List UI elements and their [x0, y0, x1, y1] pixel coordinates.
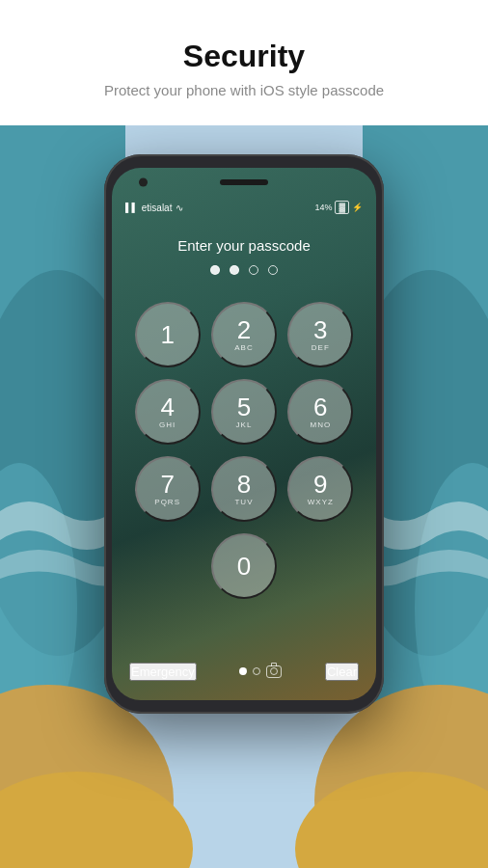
key-8-number: 8 — [237, 472, 251, 497]
key-9[interactable]: 9 WXYZ — [287, 456, 353, 522]
key-7-letters: PQRS — [154, 498, 180, 506]
phone-screen: ▌▌ etisalat ∿ 14% ▓ ⚡ Enter your passcod… — [112, 168, 376, 700]
charging-icon: ⚡ — [352, 203, 363, 212]
key-6-number: 6 — [313, 394, 327, 420]
key-1-number: 1 — [160, 322, 174, 347]
key-2-letters: ABC — [234, 343, 253, 352]
passcode-dot-2 — [230, 265, 239, 275]
key-8[interactable]: 8 TUV — [211, 456, 277, 522]
key-1[interactable]: 1 — [135, 302, 201, 367]
key-5-letters: JKL — [236, 420, 253, 429]
key-3[interactable]: 3 DEF — [287, 302, 353, 367]
keypad-row-1: 1 2 ABC 3 DEF — [129, 302, 359, 367]
phone-top-bar — [112, 168, 376, 197]
key-2[interactable]: 2 ABC — [211, 302, 277, 367]
signal-icon: ▌▌ — [125, 203, 138, 212]
keypad-row-zero: 0 — [129, 533, 359, 599]
status-right: 14% ▓ ⚡ — [314, 201, 363, 214]
key-7[interactable]: 7 PQRS — [135, 456, 201, 522]
bottom-indicators — [239, 665, 282, 678]
status-left: ▌▌ etisalat ∿ — [125, 203, 183, 213]
page-title: Security — [19, 39, 469, 74]
status-bar: ▌▌ etisalat ∿ 14% ▓ ⚡ — [112, 197, 376, 218]
emergency-button[interactable]: Emergency — [129, 663, 197, 681]
carrier-name: etisalat — [142, 203, 173, 213]
keypad-row-3: 7 PQRS 8 TUV 9 WXYZ — [129, 456, 359, 522]
battery-percent: 14% — [314, 203, 332, 212]
scene: ▌▌ etisalat ∿ 14% ▓ ⚡ Enter your passcod… — [0, 125, 488, 868]
keypad-row-2: 4 GHI 5 JKL 6 MNO — [129, 379, 359, 445]
key-6-letters: MNO — [310, 420, 331, 429]
passcode-dots — [112, 265, 376, 275]
key-3-number: 3 — [313, 317, 327, 342]
passcode-dot-4 — [268, 265, 278, 275]
key-8-letters: TUV — [234, 498, 253, 506]
camera-icon — [266, 665, 282, 678]
speaker-bar — [220, 179, 268, 185]
key-9-number: 9 — [313, 472, 327, 497]
key-5[interactable]: 5 JKL — [211, 379, 277, 445]
key-6[interactable]: 6 MNO — [287, 379, 353, 445]
key-4[interactable]: 4 GHI — [135, 379, 201, 445]
key-4-letters: GHI — [159, 420, 176, 429]
key-0-number: 0 — [237, 554, 251, 579]
passcode-prompt: Enter your passcode — [112, 237, 376, 254]
key-0[interactable]: 0 — [211, 533, 277, 599]
key-4-number: 4 — [160, 394, 174, 420]
passcode-dot-3 — [249, 265, 258, 275]
passcode-section: Enter your passcode — [112, 218, 376, 302]
key-2-number: 2 — [237, 317, 251, 342]
wifi-icon: ∿ — [176, 203, 183, 213]
key-5-number: 5 — [237, 394, 251, 420]
key-9-letters: WXYZ — [308, 498, 334, 506]
phone-bottom-bar: Emergency Clear — [112, 642, 376, 700]
key-7-number: 7 — [160, 472, 174, 497]
header: Security Protect your phone with iOS sty… — [0, 0, 488, 118]
page-dot-1 — [239, 667, 247, 675]
clear-button[interactable]: Clear — [325, 663, 359, 681]
battery-icon: ▓ — [335, 201, 349, 214]
page-dot-2 — [253, 667, 260, 675]
page-subtitle: Protect your phone with iOS style passco… — [19, 82, 469, 98]
phone-frame: ▌▌ etisalat ∿ 14% ▓ ⚡ Enter your passcod… — [104, 154, 384, 714]
passcode-dot-1 — [210, 265, 220, 275]
front-camera-icon — [139, 178, 148, 187]
key-3-letters: DEF — [312, 343, 330, 352]
keypad: 1 2 ABC 3 DEF 4 GHI — [112, 302, 376, 599]
